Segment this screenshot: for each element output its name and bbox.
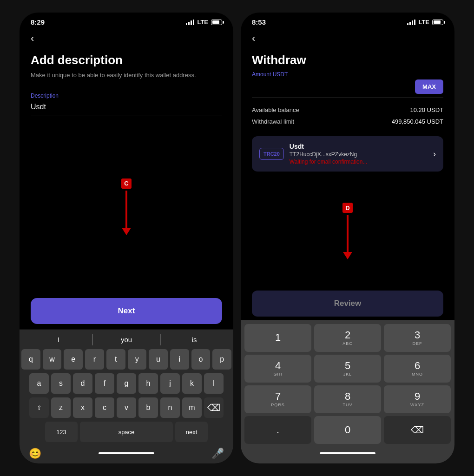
arrow-c-stem: [125, 191, 127, 228]
key-f[interactable]: f: [95, 373, 114, 394]
key-p[interactable]: p: [212, 349, 231, 370]
right-time: 8:53: [252, 18, 266, 26]
annotation-c-area: C: [31, 115, 222, 298]
numeric-keyboard: 1 2ABC 3DEF 4GHI 5JKL 6MNO 7PQRS 8TUV 9W…: [241, 320, 454, 463]
suggestion-0[interactable]: I: [25, 334, 92, 345]
keyboard-suggestions: I you is: [21, 334, 231, 349]
limit-label: Withdrawal limit: [252, 118, 294, 125]
key-row-0: q w e r t y u i o p: [21, 349, 231, 370]
left-page-title: Add description: [31, 53, 222, 67]
key-w[interactable]: w: [43, 349, 62, 370]
key-1[interactable]: 1: [244, 324, 311, 352]
key-a[interactable]: a: [29, 373, 49, 394]
num-row-2: 7PQRS 8TUV 9WXYZ: [244, 385, 451, 413]
key-row-3: 123 space next: [21, 422, 231, 442]
num-backspace-button[interactable]: ⌫: [384, 416, 451, 444]
key-c[interactable]: c: [95, 397, 114, 418]
num-row-1: 4GHI 5JKL 6MNO: [244, 355, 451, 383]
right-home-indicator: [320, 452, 375, 454]
right-page-title: Withdraw: [252, 53, 443, 67]
suggestion-1[interactable]: you: [92, 334, 160, 345]
key-e[interactable]: e: [64, 349, 83, 370]
key-l[interactable]: l: [204, 373, 224, 394]
key-0[interactable]: 0: [314, 416, 381, 444]
key-v[interactable]: v: [117, 397, 136, 418]
amount-row: MAX: [252, 79, 443, 98]
wallet-name: Usdt: [290, 143, 428, 150]
withdrawal-limit-row: Withdrawal limit 499,850.045 USDT: [252, 118, 443, 125]
key-u[interactable]: u: [149, 349, 168, 370]
key-4[interactable]: 4GHI: [244, 355, 311, 383]
signal-icon: [186, 20, 194, 25]
arrow-c-head: [122, 228, 131, 235]
left-back-button[interactable]: ‹: [31, 29, 45, 48]
wallet-address: TT2HuccDjX...sxPZvkezNg: [290, 151, 428, 158]
arrow-c: C: [121, 178, 132, 235]
key-123[interactable]: 123: [45, 422, 78, 442]
key-o[interactable]: o: [191, 349, 211, 370]
key-z[interactable]: z: [51, 397, 71, 418]
left-status-bar: 8:29 LTE: [20, 13, 233, 29]
review-button[interactable]: Review: [252, 291, 443, 317]
key-j[interactable]: j: [160, 373, 180, 394]
right-status-bar: 8:53 LTE: [241, 13, 454, 29]
key-b[interactable]: b: [138, 397, 158, 418]
key-7[interactable]: 7PQRS: [244, 385, 311, 413]
arrow-d-stem: [347, 215, 349, 252]
next-button[interactable]: Next: [31, 298, 222, 324]
key-n[interactable]: n: [160, 397, 180, 418]
suggestion-2[interactable]: is: [160, 334, 228, 345]
key-s[interactable]: s: [51, 373, 71, 394]
num-row-3: . 0 ⌫: [244, 416, 451, 444]
wallet-status: Waiting for email confirmation...: [290, 159, 428, 165]
key-9[interactable]: 9WXYZ: [384, 385, 451, 413]
left-page-subtitle: Make it unique to be able to easily iden…: [31, 71, 222, 79]
annotation-c-letter: C: [121, 178, 132, 189]
key-shift[interactable]: ⇧: [29, 397, 49, 418]
key-3[interactable]: 3DEF: [384, 324, 451, 352]
key-k[interactable]: k: [182, 373, 202, 394]
available-label: Available balance: [252, 106, 299, 113]
left-status-icons: LTE: [186, 19, 222, 26]
lte-icon: LTE: [197, 19, 208, 26]
key-space[interactable]: space: [80, 422, 173, 442]
key-dot[interactable]: .: [244, 416, 311, 444]
mic-button[interactable]: 🎤: [211, 448, 224, 460]
key-backspace[interactable]: ⌫: [204, 397, 224, 418]
key-g[interactable]: g: [117, 373, 136, 394]
key-h[interactable]: h: [138, 373, 158, 394]
description-field-label: Description: [31, 93, 222, 99]
available-value: 10.20 USDT: [410, 106, 443, 113]
key-5[interactable]: 5JKL: [314, 355, 381, 383]
wallet-card[interactable]: TRC20 Usdt TT2HuccDjX...sxPZvkezNg Waiti…: [252, 136, 443, 172]
key-row-1: a s d f g h j k l: [21, 373, 231, 394]
chevron-right-icon: ›: [433, 149, 436, 159]
arrow-d: D: [342, 203, 353, 259]
key-m[interactable]: m: [182, 397, 202, 418]
right-back-button[interactable]: ‹: [252, 29, 266, 48]
key-q[interactable]: q: [21, 349, 40, 370]
key-6[interactable]: 6MNO: [384, 355, 451, 383]
right-battery-icon: [432, 20, 443, 25]
key-r[interactable]: r: [85, 349, 104, 370]
left-keyboard: I you is q w e r t y u i o p a s d f: [20, 330, 233, 463]
key-2[interactable]: 2ABC: [314, 324, 381, 352]
key-8[interactable]: 8TUV: [314, 385, 381, 413]
key-y[interactable]: y: [128, 349, 147, 370]
wallet-info: Usdt TT2HuccDjX...sxPZvkezNg Waiting for…: [290, 143, 428, 165]
limit-value: 499,850.045 USDT: [392, 118, 443, 125]
home-indicator: [99, 452, 154, 454]
key-t[interactable]: t: [106, 349, 125, 370]
key-d[interactable]: d: [73, 373, 92, 394]
amount-field-label: Amount USDT: [252, 71, 443, 78]
key-x[interactable]: x: [73, 397, 92, 418]
num-row-0: 1 2ABC 3DEF: [244, 324, 451, 352]
description-input[interactable]: [31, 101, 222, 115]
key-next[interactable]: next: [175, 422, 208, 442]
emoji-button[interactable]: 😊: [29, 448, 41, 460]
amount-input[interactable]: [252, 83, 411, 91]
max-button[interactable]: MAX: [415, 79, 443, 94]
trc20-badge: TRC20: [259, 148, 284, 160]
key-i[interactable]: i: [170, 349, 189, 370]
arrow-d-head: [343, 252, 352, 259]
